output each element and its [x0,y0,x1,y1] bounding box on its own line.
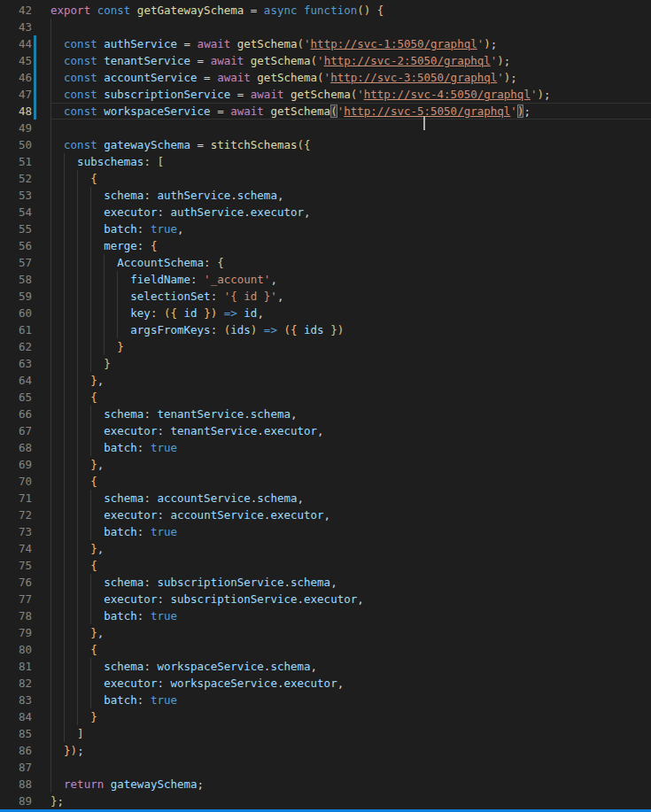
code-text[interactable]: const authService = await getSchema('htt… [50,35,651,52]
gutter[interactable]: 58 [0,271,50,288]
gutter[interactable]: 46 [0,69,50,86]
gutter[interactable]: 72 [0,507,50,523]
gutter[interactable]: 59 [0,288,50,305]
code-text[interactable]: const subscriptionService = await getSch… [50,86,651,103]
code-text[interactable]: key: ({ id }) => id, [50,305,651,321]
code-line-88[interactable]: 88 return gatewaySchema; [0,776,651,793]
gutter[interactable]: 86 [0,742,50,759]
code-text[interactable]: executor: workspaceService.executor, [50,675,651,692]
gutter[interactable]: 62 [0,338,50,355]
code-line-73[interactable]: 73 batch: true [0,523,651,540]
code-text[interactable]: const tenantService = await getSchema('h… [50,52,651,69]
gutter[interactable]: 89 [0,793,50,809]
code-text[interactable]: }, [50,372,651,389]
code-text[interactable]: } [50,355,651,372]
code-line-61[interactable]: 61 argsFromKeys: (ids) => ({ ids }) [0,321,651,338]
code-text[interactable]: batch: true [50,607,651,624]
gutter[interactable]: 75 [0,557,50,574]
code-text[interactable]: subschemas: [ [50,153,651,170]
code-text[interactable]: schema: subscriptionService.schema, [50,574,651,591]
code-text[interactable]: } [50,338,651,355]
code-line-74[interactable]: 74 }, [0,540,651,557]
code-line-89[interactable]: 89}; [0,793,651,809]
code-text[interactable]: }, [50,456,651,473]
code-line-86[interactable]: 86 }); [0,742,651,759]
code-text[interactable]: }, [50,624,651,641]
code-line-84[interactable]: 84 } [0,708,651,725]
code-text[interactable] [50,19,651,35]
gutter[interactable]: 76 [0,574,50,591]
code-line-81[interactable]: 81 schema: workspaceService.schema, [0,658,651,675]
code-line-56[interactable]: 56 merge: { [0,237,651,254]
code-text[interactable]: batch: true [50,523,651,540]
gutter[interactable]: 87 [0,759,50,776]
code-text[interactable]: const gatewaySchema = stitchSchemas({ [50,136,651,153]
gutter[interactable]: 71 [0,490,50,507]
gutter[interactable]: 63 [0,355,50,372]
gutter[interactable]: 55 [0,220,50,237]
code-line-57[interactable]: 57 AccountSchema: { [0,254,651,271]
code-line-65[interactable]: 65 { [0,389,651,406]
code-line-70[interactable]: 70 { [0,473,651,490]
gutter[interactable]: 45 [0,52,50,69]
code-line-64[interactable]: 64 }, [0,372,651,389]
code-text[interactable]: export const getGatewaySchema = async fu… [50,2,651,19]
code-line-77[interactable]: 77 executor: subscriptionService.executo… [0,591,651,607]
gutter[interactable]: 80 [0,641,50,658]
gutter[interactable]: 64 [0,372,50,389]
code-line-69[interactable]: 69 }, [0,456,651,473]
gutter[interactable]: 67 [0,422,50,439]
code-line-79[interactable]: 79 }, [0,624,651,641]
code-text[interactable]: return gatewaySchema; [50,776,651,793]
gutter[interactable]: 44 [0,35,50,52]
code-text[interactable]: schema: authService.schema, [50,187,651,204]
gutter[interactable]: 51 [0,153,50,170]
gutter[interactable]: 57 [0,254,50,271]
gutter[interactable]: 73 [0,523,50,540]
gutter[interactable]: 50 [0,136,50,153]
code-line-59[interactable]: 59 selectionSet: '{ id }', [0,288,651,305]
code-line-58[interactable]: 58 fieldName: '_account', [0,271,651,288]
code-text[interactable]: }); [50,742,651,759]
gutter[interactable]: 65 [0,389,50,406]
code-line-75[interactable]: 75 { [0,557,651,574]
code-line-78[interactable]: 78 batch: true [0,607,651,624]
code-text[interactable]: { [50,170,651,187]
code-line-54[interactable]: 54 executor: authService.executor, [0,204,651,220]
code-line-85[interactable]: 85 ] [0,725,651,742]
code-line-66[interactable]: 66 schema: tenantService.schema, [0,406,651,422]
code-text[interactable]: executor: authService.executor, [50,204,651,220]
code-line-46[interactable]: 46 const accountService = await getSchem… [0,69,651,86]
code-text[interactable]: batch: true [50,439,651,456]
code-line-51[interactable]: 51 subschemas: [ [0,153,651,170]
code-line-49[interactable]: 49 [0,120,651,136]
code-text[interactable]: fieldName: '_account', [50,271,651,288]
code-text[interactable]: executor: subscriptionService.executor, [50,591,651,607]
code-text[interactable]: { [50,641,651,658]
code-text[interactable]: }; [50,793,651,809]
gutter[interactable]: 70 [0,473,50,490]
code-text[interactable]: selectionSet: '{ id }', [50,288,651,305]
code-line-52[interactable]: 52 { [0,170,651,187]
gutter[interactable]: 85 [0,725,50,742]
code-line-62[interactable]: 62 } [0,338,651,355]
code-text[interactable]: schema: workspaceService.schema, [50,658,651,675]
editor-code-area[interactable]: 42export const getGatewaySchema = async … [0,0,651,809]
code-text[interactable]: argsFromKeys: (ids) => ({ ids }) [50,321,651,338]
code-line-71[interactable]: 71 schema: accountService.schema, [0,490,651,507]
gutter[interactable]: 43 [0,19,50,35]
code-text[interactable]: schema: accountService.schema, [50,490,651,507]
code-line-47[interactable]: 47 const subscriptionService = await get… [0,86,651,103]
code-text[interactable]: { [50,473,651,490]
gutter[interactable]: 66 [0,406,50,422]
code-text[interactable]: const accountService = await getSchema('… [50,69,651,86]
code-line-53[interactable]: 53 schema: authService.schema, [0,187,651,204]
code-text[interactable]: }, [50,540,651,557]
code-text[interactable]: schema: tenantService.schema, [50,406,651,422]
gutter[interactable]: 42 [0,2,50,19]
gutter[interactable]: 49 [0,120,50,136]
code-text[interactable]: batch: true [50,692,651,708]
code-line-68[interactable]: 68 batch: true [0,439,651,456]
code-text[interactable] [50,120,651,136]
code-line-44[interactable]: 44 const authService = await getSchema('… [0,35,651,52]
